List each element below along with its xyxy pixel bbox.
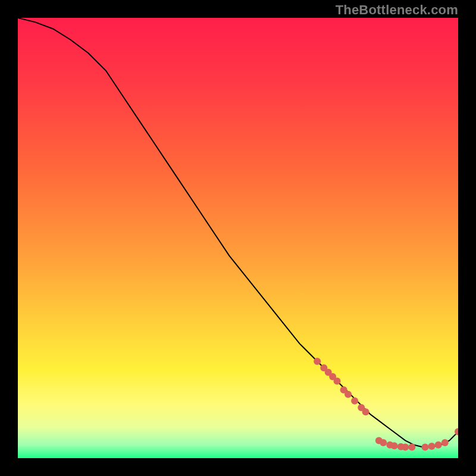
chart-line-curve	[18, 18, 458, 447]
chart-marker	[391, 442, 398, 449]
chart-data-layer	[18, 18, 458, 458]
chart-marker	[380, 439, 387, 446]
chart-marker	[441, 439, 449, 446]
chart-plot-area	[18, 18, 458, 458]
chart-marker	[408, 444, 415, 451]
chart-marker	[314, 358, 321, 365]
chart-stage: TheBottleneck.com	[0, 0, 476, 476]
chart-marker	[345, 391, 352, 398]
chart-marker	[422, 444, 429, 451]
chart-marker	[362, 408, 369, 415]
chart-marker	[435, 441, 442, 449]
chart-marker	[428, 443, 436, 450]
chart-marker	[334, 378, 341, 385]
chart-marker	[402, 444, 409, 451]
watermark-label: TheBottleneck.com	[336, 2, 458, 18]
chart-markers-group	[314, 358, 458, 450]
chart-marker	[351, 397, 358, 405]
